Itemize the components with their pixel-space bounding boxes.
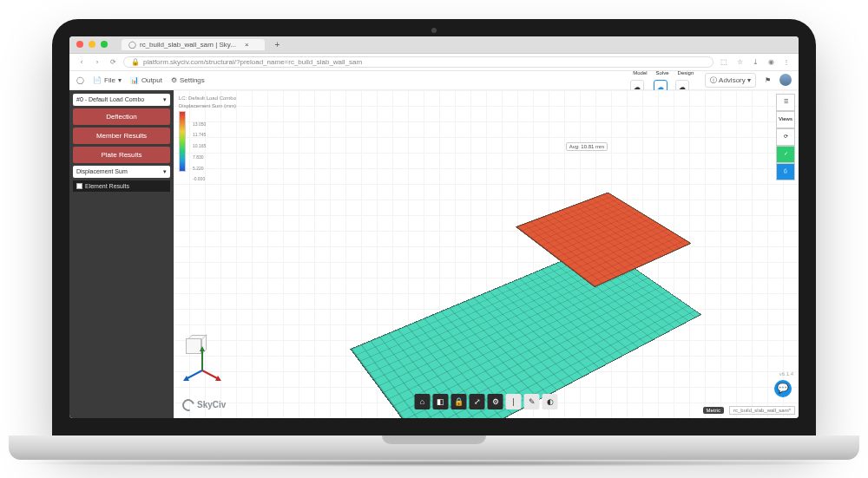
mode-label-design: Design	[675, 66, 697, 80]
units-badge[interactable]: Metric	[703, 407, 724, 414]
result-type-select[interactable]: Displacement Sum▾	[73, 166, 170, 178]
output-menu[interactable]: 📊 Output	[130, 76, 162, 84]
install-icon[interactable]: ⤓	[750, 58, 760, 66]
profile-icon[interactable]: ◉	[766, 58, 776, 66]
tool-home-icon[interactable]: ⌂	[415, 394, 431, 409]
right-menu-icon[interactable]: ☰	[776, 94, 795, 111]
minimize-window-icon[interactable]	[89, 41, 95, 48]
url-field[interactable]: 🔒 platform.skyciv.com/structural/?preloa…	[123, 56, 713, 68]
lock-icon: 🔒	[131, 58, 140, 66]
tab-title: rc_build_slab_wall_sam | Sky...	[140, 41, 236, 49]
forward-icon[interactable]: ›	[92, 58, 102, 66]
axes-gizmo[interactable]	[182, 344, 222, 388]
legend-values: 13.050 11.745 10.165 7.830 5.220 -0.000	[193, 121, 206, 182]
svg-marker-1	[200, 346, 205, 351]
advisory-button[interactable]: ⓘ Advisory ▾	[705, 73, 756, 88]
reload-icon[interactable]: ⟳	[108, 58, 118, 66]
right-toolbar: ☰ Views ⟳ ✓ ⎙	[776, 94, 795, 180]
checkbox-icon	[76, 183, 82, 189]
mode-label-solve: Solve	[654, 66, 672, 80]
extension-icon[interactable]: ⬚	[719, 58, 729, 66]
mode-label-model: Model	[630, 66, 649, 80]
svg-line-4	[186, 370, 202, 379]
laptop-base	[9, 435, 859, 460]
logo-icon: ◯	[76, 76, 84, 84]
file-menu[interactable]: 📄 File ▾	[93, 76, 122, 84]
star-icon[interactable]: ☆	[734, 58, 745, 66]
tool-separator: |	[506, 394, 522, 409]
app-toolbar: ◯ 📄 File ▾ 📊 Output ⚙ Settings Model ☁ S…	[69, 71, 799, 90]
filename-display: rc_build_slab_wall_sam*	[729, 406, 795, 415]
version-label: v6.1.4	[779, 371, 793, 377]
notification-icon[interactable]: ⚑	[765, 76, 771, 84]
tab-close-icon[interactable]: ×	[245, 41, 249, 49]
tool-fit-icon[interactable]: ⤢	[470, 394, 485, 409]
member-results-button[interactable]: Member Results	[73, 128, 170, 144]
tool-edit-icon[interactable]: ✎	[524, 394, 540, 409]
plate-results-button[interactable]: Plate Results	[73, 147, 170, 163]
right-check-icon[interactable]: ✓	[776, 146, 795, 163]
tab-favicon: ◯	[128, 41, 136, 49]
result-callout: Avg: 10.81 mm	[566, 142, 608, 151]
url-text: platform.skyciv.com/structural/?preload_…	[143, 58, 362, 66]
back-icon[interactable]: ‹	[76, 58, 87, 66]
right-refresh-icon[interactable]: ⟳	[776, 128, 795, 146]
load-combo-select[interactable]: #0 - Default Load Combo▾	[73, 94, 170, 106]
legend-gradient	[179, 111, 186, 172]
screen: ◯ rc_build_slab_wall_sam | Sky... × + ‹ …	[69, 36, 799, 418]
laptop-frame: ◯ rc_build_slab_wall_sam | Sky... × + ‹ …	[52, 19, 816, 460]
viewport-canvas[interactable]: LC: Default Load Combo Displacement Sum …	[174, 90, 799, 418]
help-chat-icon[interactable]: 💬	[774, 380, 792, 397]
legend-title-2: Displacement Sum (mm)	[179, 103, 236, 108]
workspace: #0 - Default Load Combo▾ Deflection Memb…	[69, 90, 799, 418]
camera-dot	[431, 28, 437, 33]
color-legend: LC: Default Load Combo Displacement Sum …	[179, 95, 236, 172]
results-panel: #0 - Default Load Combo▾ Deflection Memb…	[69, 90, 174, 418]
svg-line-2	[202, 370, 219, 379]
right-print-icon[interactable]: ⎙	[776, 163, 795, 180]
tool-shade-icon[interactable]: ◐	[542, 394, 558, 409]
tool-lock-icon[interactable]: 🔒	[451, 394, 467, 409]
user-avatar[interactable]	[779, 74, 792, 86]
legend-title-1: LC: Default Load Combo	[179, 95, 236, 101]
tool-view-icon[interactable]: ◧	[433, 394, 449, 409]
brand-logo: SkyCiv	[182, 399, 226, 411]
maximize-window-icon[interactable]	[101, 41, 108, 48]
window-titlebar: ◯ rc_build_slab_wall_sam | Sky... × +	[69, 36, 799, 54]
tool-settings-icon[interactable]: ⚙	[488, 394, 503, 409]
deflection-button[interactable]: Deflection	[73, 108, 170, 125]
settings-menu[interactable]: ⚙ Settings	[171, 76, 205, 84]
view-toolbar: ⌂ ◧ 🔒 ⤢ ⚙ | ✎ ◐	[415, 394, 558, 409]
element-results-checkbox[interactable]: Element Results	[73, 180, 170, 192]
right-views-button[interactable]: Views	[776, 111, 795, 128]
new-tab-button[interactable]: +	[275, 40, 280, 49]
status-bar: Metric rc_build_slab_wall_sam*	[703, 406, 795, 415]
browser-tab[interactable]: ◯ rc_build_slab_wall_sam | Sky... ×	[122, 39, 265, 50]
close-window-icon[interactable]	[76, 41, 83, 48]
menu-icon[interactable]: ⋮	[781, 58, 792, 66]
